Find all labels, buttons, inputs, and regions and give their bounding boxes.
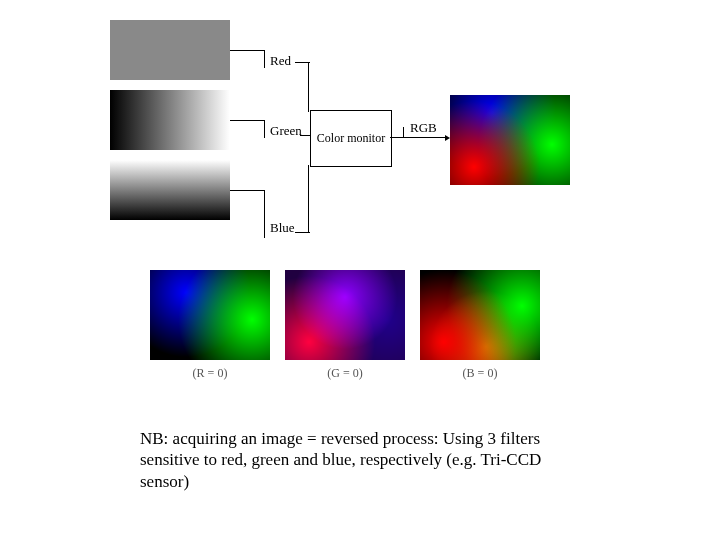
- wire: [308, 62, 309, 112]
- wire: [308, 165, 309, 233]
- panel-r0-label: (R = 0): [150, 366, 270, 381]
- label-blue: Blue: [270, 220, 295, 236]
- panel-g0: (G = 0): [285, 270, 405, 381]
- red-channel-image: [110, 20, 230, 80]
- wire: [390, 137, 445, 138]
- green-channel-image: [110, 90, 230, 150]
- panel-r0: (R = 0): [150, 270, 270, 381]
- panel-b0-image: [420, 270, 540, 360]
- component-panels: (R = 0) (G = 0) (B = 0): [150, 270, 540, 381]
- label-red: Red: [270, 53, 291, 69]
- rgb-output-image: [450, 95, 570, 185]
- panel-b0: (B = 0): [420, 270, 540, 381]
- monitor-label: Color monitor: [317, 131, 385, 145]
- wire: [300, 135, 310, 136]
- panel-g0-image: [285, 270, 405, 360]
- wire: [230, 120, 264, 121]
- panel-r0-image: [150, 270, 270, 360]
- panel-b0-label: (B = 0): [420, 366, 540, 381]
- wire: [264, 120, 265, 138]
- label-green: Green: [270, 123, 302, 139]
- channel-stack: [110, 20, 230, 230]
- note-text: NB: acquiring an image = reversed proces…: [140, 428, 570, 492]
- color-monitor-box: Color monitor: [310, 110, 392, 167]
- wire: [230, 50, 264, 51]
- blue-channel-image: [110, 160, 230, 220]
- panel-g0-label: (G = 0): [285, 366, 405, 381]
- wire: [264, 190, 265, 238]
- label-rgb: RGB: [410, 120, 437, 136]
- wire: [230, 190, 264, 191]
- wire: [403, 127, 404, 138]
- wire: [264, 50, 265, 68]
- rgb-diagram: Red Green Blue Color monitor RGB: [110, 20, 590, 240]
